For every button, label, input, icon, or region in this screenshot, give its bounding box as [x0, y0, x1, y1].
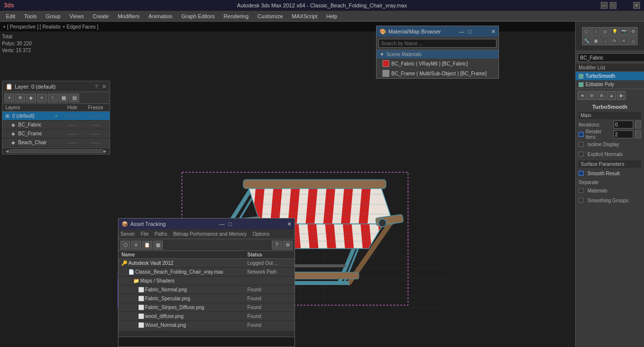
menu-help[interactable]: Help: [322, 12, 342, 20]
menu-maxscript[interactable]: MAXScript: [288, 12, 322, 20]
layers-btn3[interactable]: ◈: [26, 94, 36, 102]
rp-icon-10[interactable]: ⟳: [610, 36, 619, 45]
ts-renderiter-spinner[interactable]: [635, 130, 641, 138]
rp-icon-9[interactable]: ⬦: [601, 36, 610, 45]
at-close[interactable]: ✕: [287, 221, 292, 227]
menu-animation[interactable]: Animation: [145, 12, 176, 20]
at-row-vault[interactable]: 🔑 Autodesk Vault 2012 Logged Out ...: [118, 259, 294, 268]
at-scrollbar-h[interactable]: [118, 330, 294, 337]
rp-icon-6[interactable]: ⚙: [629, 27, 638, 36]
ts-title: TurboSmooth: [579, 104, 641, 110]
menu-edit[interactable]: Edit: [2, 12, 19, 20]
at-row-wood-diffuse[interactable]: ⬜ wood_diffuse.png Found: [118, 312, 294, 321]
at-tb-3[interactable]: 📋: [142, 241, 152, 250]
at-fsd-icon: ⬜: [138, 305, 145, 310]
menu-tools[interactable]: Tools: [20, 12, 41, 20]
rp-icon-8[interactable]: ▣: [591, 36, 600, 45]
at-row-fabric-stripes[interactable]: ⬜ Fabric_Stripes_Diffuse.png Found: [118, 303, 294, 312]
scroll-left[interactable]: ◄: [4, 148, 10, 154]
nav-icon-3[interactable]: ⊗: [597, 91, 606, 100]
at-row-fabric-normal[interactable]: ⬜ Fabric_Normal.png Found: [118, 285, 294, 294]
mat-browser-minimize[interactable]: —: [459, 29, 464, 34]
at-tb-2[interactable]: ≡: [131, 241, 141, 250]
nav-icon-1[interactable]: ◄: [578, 91, 586, 100]
nav-icon-5[interactable]: ▶: [617, 91, 626, 100]
layers-new-btn[interactable]: +: [4, 94, 14, 102]
at-row-maps[interactable]: 📁 Maps / Shaders: [118, 277, 294, 285]
section-collapse-icon[interactable]: ▼: [380, 52, 384, 57]
layers-help-btn[interactable]: ?: [95, 84, 98, 90]
object-label-field: [578, 53, 642, 62]
ts-renderiter-input[interactable]: [614, 130, 633, 138]
layer-row-fabric[interactable]: ◈ BC_Fabric —— ——: [2, 121, 110, 129]
modifier-turbosmooth[interactable]: TurboSmooth: [576, 72, 644, 80]
ts-renderiter-checkbox[interactable]: [579, 132, 584, 137]
ts-smooth-result-checkbox[interactable]: [579, 171, 584, 176]
layer-row-chair[interactable]: ◈ Beach_Chair —— ——: [2, 138, 110, 147]
at-tb-1[interactable]: ⬡: [120, 241, 130, 250]
title-minimize[interactable]: —: [601, 2, 608, 9]
layers-delete-btn[interactable]: ✕: [15, 94, 25, 102]
modifier-ts-checkbox[interactable]: [579, 74, 584, 79]
at-col-status-header: Status: [247, 252, 292, 257]
nav-icon-4[interactable]: ▲: [607, 91, 616, 100]
menu-modifiers[interactable]: Modifiers: [114, 12, 144, 20]
rp-icon-4[interactable]: 💡: [610, 27, 619, 36]
layers-btn5[interactable]: ↑: [48, 94, 58, 102]
at-menu-options[interactable]: Options: [253, 231, 269, 237]
layer-row-frame[interactable]: ◈ BC_Frame —— ——: [2, 129, 110, 138]
modifier-editable-poly[interactable]: Editable Poly: [576, 80, 644, 89]
at-tb-help[interactable]: ?: [272, 241, 282, 250]
rp-icon-11[interactable]: ≡: [619, 36, 628, 45]
at-row-wood-normal[interactable]: ⬜ Wood_Normal.png Found: [118, 321, 294, 330]
menu-graph-editors[interactable]: Graph Editors: [177, 12, 219, 20]
layers-btn7[interactable]: ▤: [69, 94, 79, 102]
mat-browser-search-input[interactable]: [379, 39, 497, 48]
layers-close-btn[interactable]: ✕: [102, 83, 107, 90]
menu-customize[interactable]: Customize: [254, 12, 287, 20]
rp-icon-3[interactable]: ◎: [601, 27, 610, 36]
app-close-btn[interactable]: ✕: [633, 2, 640, 9]
at-menu-paths[interactable]: Paths: [155, 231, 168, 237]
layer-row-default[interactable]: ⊞ 0 (default) ✓ —— ——: [2, 112, 110, 121]
object-name-input[interactable]: [578, 53, 644, 62]
ts-explicit-checkbox[interactable]: [579, 152, 584, 157]
ts-materials-checkbox[interactable]: [579, 188, 584, 193]
ts-iterations-input[interactable]: [614, 121, 633, 128]
layers-btn6[interactable]: ▦: [59, 94, 68, 102]
at-minimize[interactable]: —: [219, 221, 225, 227]
at-menu-file[interactable]: File: [141, 231, 148, 237]
at-row-fabric-specular[interactable]: ⬜ Fabric_Specular.png Found: [118, 294, 294, 303]
at-row-maxfile[interactable]: 📄 Classic_Beach_Folding_Chair_vray.max N…: [118, 268, 294, 277]
rp-icon-12[interactable]: △: [629, 36, 638, 45]
ts-isoline-checkbox[interactable]: [579, 142, 584, 147]
menu-rendering[interactable]: Rendering: [220, 12, 253, 20]
at-fn-status: Found: [247, 287, 292, 292]
mat-browser-close[interactable]: ✕: [491, 29, 496, 35]
ts-iterations-spinner[interactable]: [635, 121, 641, 128]
layers-h-scrollbar[interactable]: [10, 149, 102, 153]
nav-icon-2[interactable]: ⊕: [587, 91, 596, 100]
at-tb-opts[interactable]: ⚙: [283, 241, 293, 250]
scroll-right[interactable]: ►: [102, 148, 108, 154]
at-menu-server[interactable]: Server: [120, 231, 135, 237]
layers-icon: 📋: [5, 83, 13, 90]
modifier-ep-checkbox[interactable]: [579, 82, 584, 87]
menu-views[interactable]: Views: [65, 12, 88, 20]
layers-btn4[interactable]: +: [37, 94, 47, 102]
rp-icon-1[interactable]: ⬡: [582, 27, 591, 36]
ts-smoothing-groups-checkbox[interactable]: [579, 198, 584, 203]
menu-create[interactable]: Create: [88, 12, 113, 20]
rp-icon-2[interactable]: ○: [591, 27, 600, 36]
at-maximize[interactable]: □: [229, 221, 232, 227]
mat-item-frame[interactable]: BC_Frame ( Multi/Sub-Object ) [BC_Frame]: [377, 68, 498, 78]
layer-freeze-2: ——: [85, 131, 107, 136]
rp-icon-7[interactable]: 🔧: [582, 36, 591, 45]
mat-browser-maximize[interactable]: □: [468, 29, 471, 34]
at-menu-bitmap[interactable]: Bitmap Performance and Memory: [173, 231, 247, 237]
at-tb-4[interactable]: ▦: [153, 241, 163, 250]
mat-item-fabric[interactable]: BC_Fabric ( VRayMtl ) [BC_Fabric]: [377, 59, 498, 68]
rp-icon-5[interactable]: 📷: [619, 27, 628, 36]
menu-group[interactable]: Group: [42, 12, 65, 20]
title-maximize[interactable]: □: [610, 2, 616, 9]
